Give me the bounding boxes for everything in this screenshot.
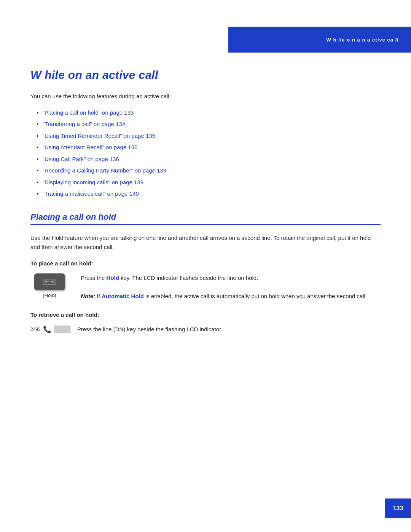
hold-demo-row: (Hold) Press the Hold key. The LCD indic… bbox=[30, 273, 381, 301]
main-content: W hile on an active call You can use the… bbox=[30, 69, 381, 342]
link-placing-hold[interactable]: “Placing a call on hold” on page 133 bbox=[43, 109, 134, 116]
header-banner: W h ile o n a n a ctive ca ll bbox=[228, 27, 411, 53]
list-item: “Transferring a call” on page 134 bbox=[37, 120, 381, 129]
list-item: “Recording a Calling Party Number” on pa… bbox=[37, 166, 381, 175]
list-item: “Displaying incoming calls” on page 139 bbox=[37, 178, 381, 187]
list-item: “Tracing a malicious call” on page 140 bbox=[37, 190, 381, 198]
retrieve-description: Press the line (DN) key beside the flash… bbox=[77, 325, 381, 334]
section-title-placing-hold: Placing a call on hold bbox=[30, 212, 381, 225]
link-transferring[interactable]: “Transferring a call” on page 134 bbox=[43, 121, 125, 127]
link-displaying[interactable]: “Displaying incoming calls” on page 139 bbox=[43, 179, 143, 185]
header-banner-text: W h ile o n a n a ctive ca ll bbox=[326, 37, 399, 43]
link-recording[interactable]: “Recording a Calling Party Number” on pa… bbox=[43, 167, 166, 174]
feature-links-list: “Placing a call on hold” on page 133 “Tr… bbox=[30, 109, 381, 198]
page-title: W hile on an active call bbox=[30, 69, 381, 81]
list-item: “Placing a call on hold” on page 133 bbox=[37, 109, 381, 117]
link-call-park[interactable]: “Using Call Park” on page 136 bbox=[43, 156, 119, 162]
phone-number: 2493 bbox=[30, 327, 41, 332]
retrieve-row: 2493 📞 Press the line (DN) key beside th… bbox=[30, 325, 381, 334]
retrieve-hold-label: To retrieve a call on hold: bbox=[30, 312, 381, 318]
place-hold-label: To place a call on hold: bbox=[30, 260, 381, 267]
link-tracing[interactable]: “Tracing a malicious call” on page 140 bbox=[43, 190, 139, 197]
list-item: “Using Call Park” on page 136 bbox=[37, 155, 381, 164]
hold-description: Press the Hold key. The LCD indicator fl… bbox=[81, 273, 381, 301]
retrieve-phone-area: 2493 📞 bbox=[30, 325, 70, 334]
note-text: Note: If Automatic Hold is enabled, the … bbox=[81, 292, 381, 301]
hold-icon bbox=[42, 276, 57, 287]
telephone-icon: 📞 bbox=[43, 325, 51, 334]
hold-button-area: (Hold) bbox=[30, 273, 68, 298]
hold-button-image bbox=[34, 273, 65, 290]
intro-text: You can use the following features durin… bbox=[30, 92, 381, 101]
list-item: “Using Timed Reminder Recall” on page 13… bbox=[37, 132, 381, 141]
link-timed-reminder[interactable]: “Using Timed Reminder Recall” on page 13… bbox=[43, 133, 155, 139]
lcd-indicator bbox=[54, 326, 70, 333]
list-item: “Using Attendant Recall” on page 136 bbox=[37, 143, 381, 152]
hold-desc-text: Press the Hold key. The LCD indicator fl… bbox=[81, 273, 381, 283]
page-number-box: 133 bbox=[385, 498, 411, 518]
section-body-placing-hold: Use the Hold feature when you are talkin… bbox=[30, 233, 381, 252]
hold-button-label: (Hold) bbox=[43, 292, 56, 298]
page-number: 133 bbox=[393, 505, 403, 512]
link-attendant-recall[interactable]: “Using Attendant Recall” on page 136 bbox=[43, 144, 137, 150]
